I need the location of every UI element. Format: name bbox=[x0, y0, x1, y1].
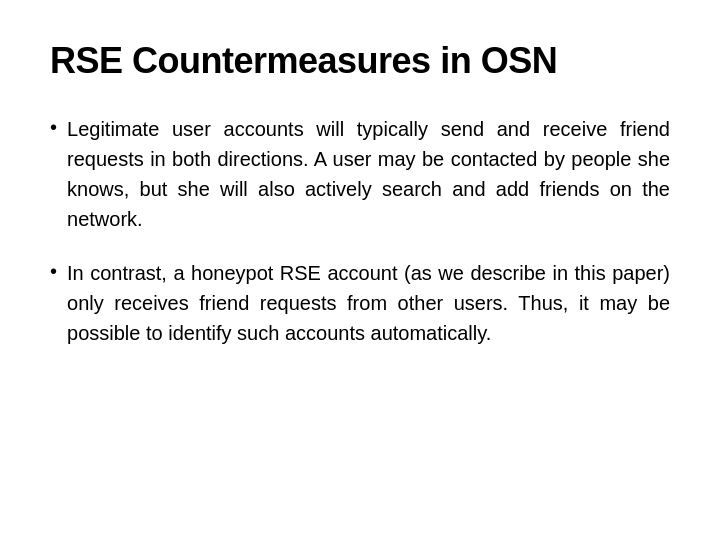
bullet-text-1: Legitimate user accounts will typically … bbox=[67, 114, 670, 234]
bullet-symbol-2: • bbox=[50, 260, 57, 283]
bullet-text-2: In contrast, a honeypot RSE account (as … bbox=[67, 258, 670, 348]
bullet-symbol-1: • bbox=[50, 116, 57, 139]
bullet-item-1: • Legitimate user accounts will typicall… bbox=[50, 114, 670, 234]
content-area: • Legitimate user accounts will typicall… bbox=[50, 114, 670, 500]
bullet-item-2: • In contrast, a honeypot RSE account (a… bbox=[50, 258, 670, 348]
page-title: RSE Countermeasures in OSN bbox=[50, 40, 670, 82]
